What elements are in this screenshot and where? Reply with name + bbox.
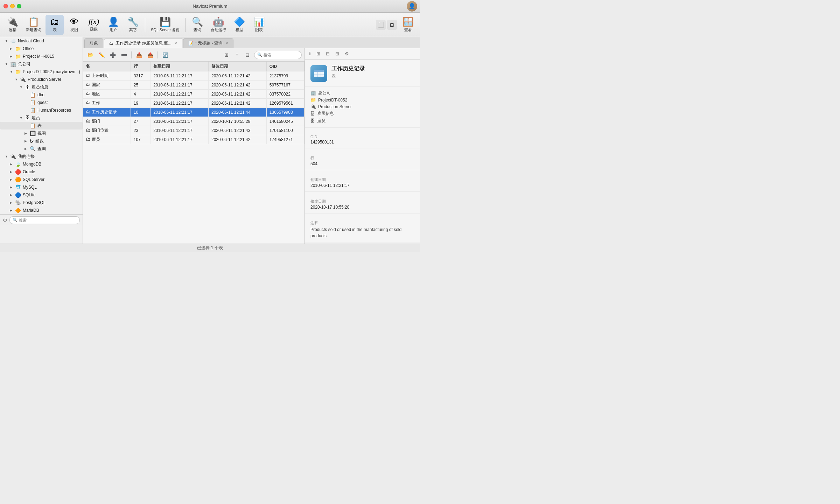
sidebar-item-employee-info[interactable]: ▼ 🗄 雇员信息 [0, 83, 83, 91]
sidebar-item-general-company[interactable]: ▼ 🏢 总公司 [0, 60, 83, 68]
view-label-button[interactable]: 🪟 查看 [400, 16, 416, 34]
sidebar-toggle-button[interactable]: ⬜ [376, 20, 386, 30]
sidebar-item-mysql[interactable]: ▶ 🐬 MySQL [0, 183, 83, 191]
remove-button[interactable]: ➖ [119, 50, 128, 59]
model-button[interactable]: 🔷 模型 [230, 15, 248, 35]
table-row[interactable]: 🗂雇员1072010-06-11 12:21:172020-06-11 12:2… [83, 135, 304, 144]
minimize-button[interactable] [10, 4, 15, 8]
sidebar-item-projectdt[interactable]: ▼ 📁 ProjectDT-0052 (marybrown...) [0, 68, 83, 76]
table-search-box[interactable]: 🔍 [254, 51, 302, 59]
sidebar-item-humanresources[interactable]: 📋 HumanResources [0, 106, 83, 114]
cell-name: 🗂地区 [83, 90, 131, 99]
table-row[interactable]: 🗂工作历史记录102010-06-11 12:21:172020-06-11 1… [83, 108, 304, 117]
sidebar-item-navicat-cloud[interactable]: ▼ ☁️ Navicat Cloud [0, 37, 83, 45]
sidebar-settings-icon[interactable]: ⚙ [3, 217, 7, 223]
panel-breadcrumb: 🏢 总公司 📁 ProjectDT-0052 🔌 Production Serv… [310, 90, 414, 124]
connect-button[interactable]: 🔌 连接 [4, 15, 22, 35]
function-button[interactable]: f(x) 函数 [85, 15, 103, 35]
auto-run-button[interactable]: 🤖 自动运行 [208, 15, 229, 35]
sidebar-item-sqlite[interactable]: ▶ 🔵 SQLite [0, 191, 83, 199]
sidebar-bottom: ⚙ 🔍 [0, 214, 83, 225]
table-row[interactable]: 🗂国家252010-06-11 12:21:172020-06-11 12:21… [83, 80, 304, 90]
cell-modified: 2020-06-11 12:21:42 [208, 99, 266, 108]
cell-created: 2010-06-11 12:21:17 [150, 71, 209, 80]
avatar[interactable]: 👤 [407, 1, 417, 12]
list-view-button[interactable]: ≡ [232, 50, 241, 59]
sidebar-item-guest[interactable]: 📋 guest [0, 99, 83, 106]
sidebar-item-mariadb[interactable]: ▶ 🔶 MariaDB [0, 206, 83, 214]
sidebar-item-production-server[interactable]: ▼ 🔌 Production Server [0, 76, 83, 83]
user-button[interactable]: 👤 用户 [104, 15, 122, 35]
import-button[interactable]: 📥 [134, 50, 144, 59]
sidebar-search-box[interactable]: 🔍 [9, 216, 80, 224]
layout-toggle-button[interactable]: ⊟ [387, 20, 397, 30]
status-text: 已选择 1 个表 [197, 245, 223, 251]
oid-value: 1429580131 [310, 140, 414, 145]
tab-untitled-query[interactable]: 📝 * 无标题 - 查询 ✕ [183, 38, 233, 48]
sidebar-item-sqlserver[interactable]: ▶ 🟠 SQL Server [0, 176, 83, 183]
panel-tab-settings[interactable]: ⚙ [343, 50, 350, 58]
query-icon: 🔍 [192, 17, 203, 26]
other-button[interactable]: 🔧 其它 [124, 15, 142, 35]
panel-tab-ddl[interactable]: ⊞ [315, 50, 322, 58]
cell-name: 🗂上班时间 [83, 71, 131, 80]
tab-objects[interactable]: 对象 [84, 38, 103, 48]
tab-objects-label: 对象 [90, 41, 98, 46]
sidebar-item-mongodb[interactable]: ▶ 🍃 MongoDB [0, 160, 83, 168]
open-folder-button[interactable]: 📂 [86, 50, 95, 59]
object-toolbar: 📂 ✏️ ➕ ➖ 📥 📤 🔄 ⊞ ≡ ⊟ � [83, 48, 304, 62]
created-label: 创建日期 [310, 177, 414, 182]
backup-button[interactable]: 💾 SQL Server 备份 [148, 15, 182, 35]
navicat-cloud-icon: ☁️ [10, 38, 16, 44]
panel-tab-split-h[interactable]: ⊟ [324, 50, 331, 58]
table-search-input[interactable] [264, 53, 299, 57]
edit-button[interactable]: ✏️ [97, 50, 106, 59]
table-row[interactable]: 🗂部门位置232010-06-11 12:21:172020-06-11 12:… [83, 126, 304, 135]
table-button[interactable]: 🗂 表 [46, 15, 64, 35]
panel-tab-split-v[interactable]: ⊞ [334, 50, 341, 58]
close-button[interactable] [4, 4, 8, 8]
sidebar-item-office[interactable]: ▶ 📁 Office [0, 45, 83, 52]
oracle-icon: 🔴 [15, 169, 21, 175]
cell-modified: 2020-06-11 12:21:43 [208, 126, 266, 135]
table-row[interactable]: 🗂地区42010-06-11 12:21:172020-06-11 12:21:… [83, 90, 304, 99]
maximize-button[interactable] [17, 4, 21, 8]
sidebar-item-oracle[interactable]: ▶ 🔴 Oracle [0, 168, 83, 176]
tab-work-history-close[interactable]: ✕ [174, 41, 177, 45]
query-button[interactable]: 🔍 查询 [188, 15, 206, 35]
sidebar-item-employee[interactable]: ▼ 🗄 雇员 [0, 114, 83, 122]
toolbar-right: ⬜ ⊟ 🪟 查看 [376, 16, 416, 34]
my-connections-icon: 🔌 [10, 154, 16, 159]
table-row[interactable]: 🗂部门272010-06-11 12:21:172020-10-17 10:55… [83, 117, 304, 126]
table-row[interactable]: 🗂工作192010-06-11 12:21:172020-06-11 12:21… [83, 99, 304, 108]
refresh-button[interactable]: 🔄 [161, 50, 170, 59]
table-row[interactable]: 🗂上班时间33172010-06-11 12:21:172020-06-11 1… [83, 71, 304, 80]
sidebar-item-project-mh[interactable]: ▶ 📁 Project MH-0015 [0, 52, 83, 60]
tab-untitled-query-close[interactable]: ✕ [225, 41, 228, 45]
comment-value: Products sold or used in the manfacturin… [310, 226, 414, 239]
sidebar-search-input[interactable] [19, 218, 77, 222]
sidebar-item-queries[interactable]: ▶ 🔍 查询 [0, 145, 83, 153]
sidebar-item-functions[interactable]: ▶ fx 函数 [0, 137, 83, 145]
rows-label: 行 [310, 155, 414, 161]
statusbar: 已选择 1 个表 [0, 244, 420, 252]
oid-label: OID [310, 135, 414, 139]
chart-button[interactable]: 📊 图表 [250, 15, 268, 35]
sidebar-item-my-connections[interactable]: ▼ 🔌 我的连接 [0, 153, 83, 160]
cell-rows: 19 [131, 99, 150, 108]
detail-view-button[interactable]: ⊟ [243, 50, 252, 59]
sidebar-item-tables[interactable]: 📋 表 [0, 122, 83, 130]
grid-view-button[interactable]: ⊞ [222, 50, 231, 59]
tab-work-history[interactable]: 🗂 工作历史记录 @雇员信息.僵... ✕ [104, 38, 182, 48]
expand-arrow-employee: ▼ [20, 116, 23, 120]
window-controls[interactable] [4, 4, 21, 8]
new-query-button[interactable]: 📋 新建查询 [23, 15, 44, 35]
sidebar-item-views[interactable]: ▶ 🔲 视图 [0, 130, 83, 137]
panel-tab-info[interactable]: ℹ [308, 50, 312, 58]
add-button[interactable]: ➕ [108, 50, 117, 59]
export-button[interactable]: 📤 [146, 50, 155, 59]
breadcrumb-employee: 🗄 雇员 [310, 118, 414, 124]
sidebar-item-postgresql[interactable]: ▶ 🐘 PostgreSQL [0, 199, 83, 206]
view-button[interactable]: 👁 视图 [65, 15, 83, 35]
sidebar-item-dbo[interactable]: 📋 dbo [0, 91, 83, 99]
